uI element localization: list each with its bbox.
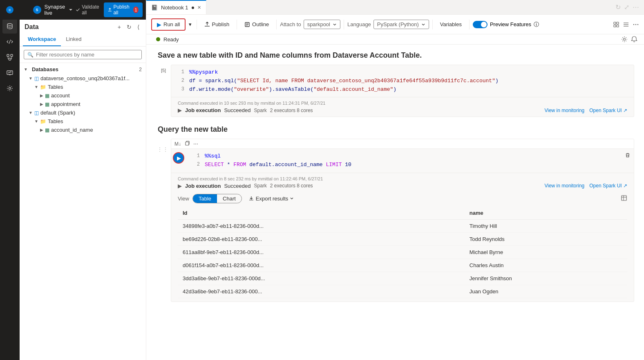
expand-icon[interactable]: ⤢ <box>624 3 629 11</box>
cell1-view-monitoring[interactable]: View in monitoring <box>544 108 584 113</box>
cell2-run-button[interactable]: ▶ <box>173 152 184 164</box>
account-id-name-table-icon: ▦ <box>45 127 49 133</box>
collapse-panel-button[interactable]: ⟨ <box>136 23 141 31</box>
svg-rect-34 <box>622 196 626 200</box>
cell1-output: Command executed in 10 sec 293 ms by mmi… <box>171 97 634 117</box>
view-label: View <box>178 196 189 202</box>
databases-label: Databases <box>32 66 58 72</box>
cell2-drag-handle[interactable]: ⋮⋮ <box>157 142 168 153</box>
export-results-button[interactable]: Export results <box>245 194 297 203</box>
table-account[interactable]: ▶ ▦ account <box>20 91 146 100</box>
validate-all-button[interactable]: Validate all <box>76 4 100 16</box>
svg-rect-3 <box>11 54 13 56</box>
variables-button[interactable]: Variables <box>436 19 466 29</box>
notebook-content: Save a new table with ID and Name column… <box>146 45 644 360</box>
more-options-toolbar-icon[interactable] <box>633 21 639 28</box>
cell2-job-label: Job execution <box>185 183 221 189</box>
cell2-copy-icon[interactable] <box>184 140 190 147</box>
cell2-more-icon[interactable]: ⋯ <box>193 141 198 147</box>
status-area: Ready <box>153 36 179 43</box>
list-view-icon[interactable] <box>623 21 629 28</box>
cell2-delete-area <box>622 149 634 173</box>
notebook-tab-icon: 📓 <box>151 4 158 11</box>
left-panel: S Synapse live Validate all Publish all … <box>20 0 146 360</box>
unsaved-dot <box>192 7 194 9</box>
add-resource-button[interactable]: + <box>116 23 123 31</box>
table-row: 3dd3a6be-9eb7-eb11-8236-000d...Jennifer … <box>178 272 627 285</box>
preview-info-icon[interactable]: ⓘ <box>534 21 539 28</box>
cell-id: 34898fe3-a0b7-eb11-8236-000d... <box>178 219 465 232</box>
db1-tables-folder[interactable]: ▼ 📁 Tables <box>20 83 146 91</box>
monitor-icon[interactable] <box>2 65 17 80</box>
cell2-run-area: ▶ <box>171 149 187 173</box>
top-right-actions: ↻ ⤢ ⋯ <box>615 0 644 14</box>
cell1-open-spark-ui[interactable]: Open Spark UI ↗ <box>589 108 627 113</box>
publish-button[interactable]: Publish <box>200 19 233 29</box>
cell2-code-text-1: %%sql <box>205 152 221 161</box>
svg-point-31 <box>637 24 638 25</box>
run-all-dropdown[interactable]: ▾ <box>187 19 193 29</box>
close-tab-button[interactable]: ✕ <box>197 5 201 10</box>
cell-id: 3dd3a6be-9eb7-eb11-8236-000d... <box>178 272 465 285</box>
db2-icon: ◫ <box>34 110 39 116</box>
account-id-name-expand-icon: ▶ <box>40 128 43 132</box>
cell2-delete-icon[interactable] <box>625 152 631 158</box>
svg-rect-22 <box>614 22 616 24</box>
develop-icon[interactable] <box>2 34 17 49</box>
db2-item[interactable]: ▼ ◫ default (Spark) <box>20 108 146 117</box>
tab-workspace[interactable]: Workspace <box>23 33 61 46</box>
cell2-open-spark-ui[interactable]: Open Spark UI ↗ <box>589 183 627 189</box>
grid-view-icon[interactable] <box>613 21 619 28</box>
db1-icon: ◫ <box>34 76 39 81</box>
run-all-button[interactable]: ▶ Run all <box>151 18 186 31</box>
db2-name: default (Spark) <box>40 110 75 116</box>
refresh-notebook-icon[interactable]: ↻ <box>615 3 621 11</box>
notebook-tab[interactable]: 📓 Notebook 1 ✕ <box>146 0 206 14</box>
divider-1 <box>197 20 197 29</box>
db1-item[interactable]: ▼ ◫ dataverse_contoso_unq2b40367a1f... <box>20 74 146 83</box>
svg-rect-23 <box>617 22 619 24</box>
cell2-gutter: ⋮⋮ <box>156 139 171 153</box>
table-view-button[interactable]: Table <box>193 194 217 203</box>
cell1-number: [5] <box>161 68 166 73</box>
section1-heading: Save a new table with ID and Name column… <box>156 51 634 60</box>
sparkpool-select[interactable]: sparkpool <box>304 20 340 29</box>
cell1-execution-info: Command executed in 10 sec 293 ms by mmi… <box>178 101 627 106</box>
cell1-expand-icon[interactable]: ▶ <box>178 107 182 113</box>
manage-icon[interactable] <box>2 81 17 96</box>
databases-section[interactable]: ▼ Databases 2 <box>20 65 146 74</box>
more-options-icon[interactable]: ⋯ <box>633 3 639 11</box>
preview-toggle-switch[interactable] <box>473 21 487 28</box>
svg-line-1 <box>9 40 11 44</box>
results-toolbar: View Table Chart Export results <box>178 194 627 203</box>
refresh-button[interactable]: ↻ <box>125 23 133 31</box>
db1-tables-folder-icon: 📁 <box>40 84 46 90</box>
table-row: 34898fe3-a0b7-eb11-8236-000d...Timothy H… <box>178 219 627 232</box>
cell2-md-icon[interactable]: M↓ <box>174 141 181 147</box>
table-account-id-name[interactable]: ▶ ▦ account_id_name <box>20 126 146 134</box>
table-header-row: Id name <box>178 207 627 220</box>
divider-5 <box>432 20 433 29</box>
outline-button[interactable]: Outline <box>240 19 273 29</box>
table-row: 42d3a6be-9eb7-eb11-8236-000...Juan Ogden <box>178 285 627 298</box>
cell2-play-icon: ▶ <box>177 155 181 161</box>
settings-icon[interactable] <box>621 36 628 43</box>
table-appointment[interactable]: ▶ ▦ appointment <box>20 100 146 108</box>
notification-icon[interactable] <box>631 36 637 43</box>
cell2-job-info: ▶ Job execution Succeeded Spark 2 execut… <box>178 183 627 189</box>
search-input[interactable] <box>36 52 138 58</box>
svg-rect-2 <box>7 54 9 56</box>
db2-tables-folder[interactable]: ▼ 📁 Tables <box>20 117 146 126</box>
chevron-down-icon[interactable] <box>68 7 73 12</box>
cell2-expand-icon[interactable]: ▶ <box>178 183 182 189</box>
databases-count: 2 <box>139 67 142 72</box>
tab-linked[interactable]: Linked <box>61 33 86 46</box>
language-select[interactable]: PySpark (Python) <box>373 20 429 29</box>
publish-all-button[interactable]: Publish all 1 <box>104 2 143 17</box>
chart-view-button[interactable]: Chart <box>217 194 242 203</box>
integrate-icon[interactable] <box>2 50 17 65</box>
cell1-spark-details: 2 executors 8 cores <box>270 108 313 113</box>
data-icon[interactable] <box>2 19 17 34</box>
cell2-view-monitoring[interactable]: View in monitoring <box>544 183 584 189</box>
results-grid-icon[interactable] <box>621 195 627 202</box>
